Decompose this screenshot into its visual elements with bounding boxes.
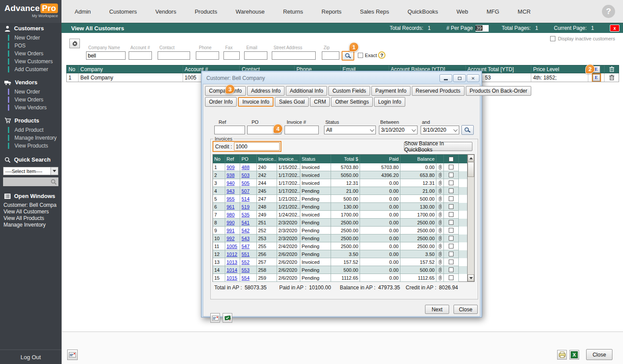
notes-button[interactable]	[210, 313, 220, 323]
sidebar-item[interactable]: View Customers	[0, 58, 61, 65]
search-customers-button[interactable]	[342, 51, 354, 61]
paperclip-icon[interactable]	[439, 267, 442, 273]
quick-search-select[interactable]: ----Select Item----	[3, 167, 58, 175]
ref-link[interactable]: 909	[227, 165, 234, 170]
paperclip-icon[interactable]	[439, 220, 442, 225]
paperclip-icon[interactable]	[439, 172, 442, 178]
ref-link[interactable]: 991	[227, 228, 234, 233]
po-link[interactable]: 552	[241, 259, 249, 265]
ref-link[interactable]: 1014	[227, 267, 237, 273]
top-nav-item[interactable]: Web	[457, 8, 468, 15]
scroll-down-icon[interactable]	[468, 274, 474, 281]
paperclip-icon[interactable]	[439, 164, 442, 170]
sidebar-item[interactable]: New Order	[0, 34, 61, 42]
po-link[interactable]: 519	[241, 204, 249, 209]
paperclip-icon[interactable]	[439, 196, 442, 202]
top-nav-item[interactable]: Vendors	[155, 8, 176, 15]
po-link[interactable]: 541	[241, 220, 249, 225]
top-nav-item[interactable]: MFG	[486, 8, 499, 15]
ref-link[interactable]: 990	[227, 220, 234, 225]
sidebar-item[interactable]: Manage Inventory	[0, 134, 61, 142]
row-checkbox[interactable]	[449, 196, 454, 201]
row-checkbox[interactable]	[449, 236, 454, 241]
top-nav-item[interactable]: QuickBooks	[407, 8, 438, 15]
ref-link[interactable]: 940	[227, 180, 234, 186]
help-icon[interactable]: ?	[378, 51, 385, 59]
tab-custom-fields[interactable]: Custom Fields	[328, 86, 370, 96]
search-invoices-button[interactable]	[461, 125, 474, 135]
ref-link[interactable]: 1015	[227, 275, 237, 281]
sidebar-item[interactable]: View Orders	[0, 50, 61, 58]
sidebar-item[interactable]: Add Customer	[0, 65, 61, 73]
checkbox-icon[interactable]	[358, 53, 363, 58]
logout-button[interactable]: Log Out	[0, 350, 61, 364]
row-checkbox[interactable]	[449, 220, 454, 225]
tab-crm[interactable]: CRM	[310, 97, 330, 107]
ref-link[interactable]: 938	[227, 173, 234, 178]
chevron-down-icon[interactable]	[452, 129, 459, 132]
top-nav-item[interactable]: Sales Reps	[360, 8, 389, 15]
note-button[interactable]	[67, 350, 78, 360]
top-nav-item[interactable]: Reports	[321, 8, 342, 15]
row-checkbox[interactable]	[449, 204, 454, 209]
help-icon[interactable]: ?	[602, 5, 615, 18]
row-checkbox[interactable]	[449, 244, 454, 249]
sidebar-item[interactable]: View Orders	[0, 96, 61, 104]
close-icon[interactable]: ✕	[467, 74, 479, 82]
ref-link[interactable]: 961	[227, 204, 234, 209]
close-view-button[interactable]: x	[610, 25, 619, 32]
invoice-number-input[interactable]	[284, 126, 319, 134]
paperclip-icon[interactable]	[439, 259, 442, 265]
po-link[interactable]: 535	[241, 212, 249, 217]
open-window-item[interactable]: View All Products	[0, 215, 61, 221]
tab-other-settings[interactable]: Other Settings	[331, 97, 373, 107]
print-button[interactable]	[557, 350, 567, 360]
sidebar-section-products[interactable]: Products	[0, 115, 61, 126]
po-link[interactable]: 505	[241, 180, 249, 186]
row-checkbox[interactable]	[449, 188, 454, 193]
status-select[interactable]: All	[324, 126, 376, 134]
row-checkbox[interactable]	[449, 252, 454, 256]
date-from-select[interactable]: 3/10/2020	[379, 126, 418, 134]
paperclip-icon[interactable]	[439, 275, 442, 281]
date-to-select[interactable]: 3/10/2020	[421, 126, 459, 134]
po-link[interactable]: 503	[241, 173, 249, 178]
tab-login-info[interactable]: Login Info	[374, 97, 405, 107]
scrollbar-thumb[interactable]	[468, 162, 474, 177]
row-checkbox[interactable]	[449, 173, 454, 177]
settings-button[interactable]	[69, 39, 80, 48]
ref-link[interactable]: 1005	[227, 244, 237, 249]
row-checkbox[interactable]	[449, 165, 454, 169]
paperclip-icon[interactable]	[439, 227, 442, 233]
tab-order-info[interactable]: Order Info	[205, 97, 237, 107]
filter-input-contact[interactable]	[158, 51, 190, 60]
row-checkbox[interactable]	[449, 212, 454, 217]
ref-link[interactable]: 955	[227, 196, 234, 202]
open-window-item[interactable]: Customer: Bell Compa	[0, 202, 61, 208]
chevron-down-icon[interactable]	[368, 129, 375, 132]
invoices-scrollbar[interactable]	[467, 155, 474, 281]
next-button[interactable]: Next	[425, 305, 449, 314]
row-checkbox[interactable]	[449, 180, 454, 185]
paperclip-icon[interactable]	[439, 180, 442, 186]
close-dialog-button[interactable]: Close	[454, 305, 478, 314]
paperclip-icon[interactable]	[439, 251, 442, 257]
per-page-input[interactable]: 39	[475, 25, 489, 32]
filter-input-phone[interactable]	[196, 51, 219, 60]
ref-link[interactable]: 943	[227, 188, 234, 194]
filter-input-email[interactable]	[244, 51, 267, 60]
paperclip-icon[interactable]	[439, 204, 442, 209]
display-inactive-checkbox[interactable]: Display inactive customers	[550, 36, 615, 41]
tab-sales-goal[interactable]: Sales Goal	[275, 97, 309, 107]
sidebar-section-customers[interactable]: Customers	[0, 23, 61, 34]
filter-input-zip[interactable]	[322, 51, 339, 60]
export-excel-button[interactable]: X	[569, 350, 579, 360]
ref-link[interactable]: 992	[227, 236, 234, 241]
show-balance-quickbooks-button[interactable]: Show Balance In QuickBooks	[404, 142, 472, 151]
filter-input-company[interactable]: bell	[86, 51, 126, 60]
ref-link[interactable]: 980	[227, 212, 234, 217]
quick-search-input[interactable]	[3, 177, 58, 186]
paperclip-icon[interactable]	[439, 188, 442, 194]
top-nav-item[interactable]: Customers	[109, 8, 137, 15]
row-checkbox[interactable]	[449, 259, 454, 264]
